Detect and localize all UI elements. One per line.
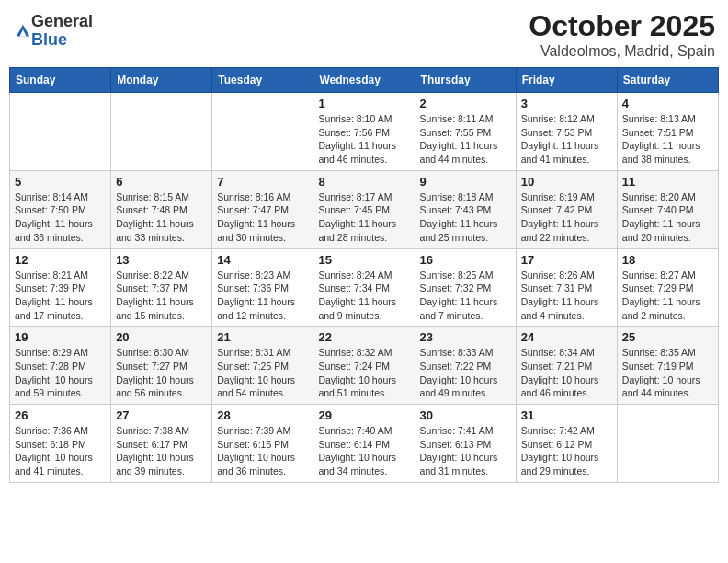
- page-header: General Blue October 2025 Valdeolmos, Ma…: [9, 9, 719, 60]
- day-header-friday: Friday: [516, 68, 617, 93]
- calendar-cell: 1Sunrise: 8:10 AM Sunset: 7:56 PM Daylig…: [313, 93, 415, 171]
- calendar-cell: 29Sunrise: 7:40 AM Sunset: 6:14 PM Dayli…: [313, 405, 415, 483]
- cell-info: Sunrise: 8:18 AM Sunset: 7:43 PM Dayligh…: [420, 190, 511, 245]
- calendar-cell: 4Sunrise: 8:13 AM Sunset: 7:51 PM Daylig…: [617, 93, 718, 171]
- logo-icon: [15, 23, 31, 40]
- day-header-tuesday: Tuesday: [212, 68, 313, 93]
- cell-info: Sunrise: 8:35 AM Sunset: 7:19 PM Dayligh…: [622, 346, 713, 400]
- cell-info: Sunrise: 8:15 AM Sunset: 7:48 PM Dayligh…: [116, 190, 207, 245]
- cell-info: Sunrise: 8:34 AM Sunset: 7:21 PM Dayligh…: [521, 346, 612, 400]
- calendar-week-row: 1Sunrise: 8:10 AM Sunset: 7:56 PM Daylig…: [10, 93, 719, 171]
- calendar-cell: 28Sunrise: 7:39 AM Sunset: 6:15 PM Dayli…: [212, 405, 313, 483]
- cell-info: Sunrise: 8:26 AM Sunset: 7:31 PM Dayligh…: [521, 269, 612, 323]
- calendar-week-row: 12Sunrise: 8:21 AM Sunset: 7:39 PM Dayli…: [10, 248, 719, 327]
- calendar-cell: 21Sunrise: 8:31 AM Sunset: 7:25 PM Dayli…: [212, 327, 313, 405]
- calendar-header: SundayMondayTuesdayWednesdayThursdayFrid…: [10, 68, 719, 93]
- cell-info: Sunrise: 8:32 AM Sunset: 7:24 PM Dayligh…: [318, 346, 409, 400]
- calendar-title: October 2025: [529, 9, 715, 43]
- cell-info: Sunrise: 8:30 AM Sunset: 7:27 PM Dayligh…: [116, 346, 207, 400]
- cell-day-number: 13: [116, 253, 207, 267]
- cell-day-number: 16: [420, 253, 511, 267]
- cell-day-number: 26: [15, 408, 106, 422]
- calendar-cell: 20Sunrise: 8:30 AM Sunset: 7:27 PM Dayli…: [111, 327, 212, 405]
- calendar-cell: 30Sunrise: 7:41 AM Sunset: 6:13 PM Dayli…: [415, 405, 516, 483]
- day-header-thursday: Thursday: [415, 68, 516, 93]
- day-header-monday: Monday: [111, 68, 212, 93]
- calendar-cell: 11Sunrise: 8:20 AM Sunset: 7:40 PM Dayli…: [617, 170, 718, 248]
- calendar-cell: 12Sunrise: 8:21 AM Sunset: 7:39 PM Dayli…: [10, 248, 111, 327]
- calendar-cell: 7Sunrise: 8:16 AM Sunset: 7:47 PM Daylig…: [212, 170, 313, 248]
- cell-info: Sunrise: 8:12 AM Sunset: 7:53 PM Dayligh…: [521, 112, 612, 167]
- calendar-cell: [10, 93, 111, 171]
- cell-info: Sunrise: 8:20 AM Sunset: 7:40 PM Dayligh…: [622, 190, 713, 245]
- day-header-sunday: Sunday: [10, 68, 111, 93]
- calendar-body: 1Sunrise: 8:10 AM Sunset: 7:56 PM Daylig…: [10, 93, 719, 483]
- cell-info: Sunrise: 7:38 AM Sunset: 6:17 PM Dayligh…: [116, 424, 207, 478]
- calendar-cell: 9Sunrise: 8:18 AM Sunset: 7:43 PM Daylig…: [415, 170, 516, 248]
- calendar-cell: [111, 93, 212, 171]
- cell-day-number: 20: [116, 330, 207, 344]
- calendar-cell: 13Sunrise: 8:22 AM Sunset: 7:37 PM Dayli…: [111, 248, 212, 327]
- calendar-cell: 8Sunrise: 8:17 AM Sunset: 7:45 PM Daylig…: [313, 170, 415, 248]
- logo-blue-text: Blue: [31, 30, 67, 49]
- cell-day-number: 24: [521, 330, 612, 344]
- cell-day-number: 31: [521, 408, 612, 422]
- cell-day-number: 2: [420, 97, 511, 110]
- cell-info: Sunrise: 8:25 AM Sunset: 7:32 PM Dayligh…: [420, 269, 511, 323]
- cell-info: Sunrise: 8:23 AM Sunset: 7:36 PM Dayligh…: [217, 269, 308, 323]
- cell-day-number: 30: [420, 408, 511, 422]
- logo-general-text: General: [31, 12, 93, 30]
- cell-day-number: 8: [318, 175, 409, 189]
- cell-day-number: 4: [622, 97, 713, 110]
- calendar-cell: 18Sunrise: 8:27 AM Sunset: 7:29 PM Dayli…: [617, 248, 718, 327]
- calendar-cell: [212, 93, 313, 171]
- cell-day-number: 17: [521, 253, 612, 267]
- cell-info: Sunrise: 7:40 AM Sunset: 6:14 PM Dayligh…: [318, 424, 409, 478]
- calendar-cell: 17Sunrise: 8:26 AM Sunset: 7:31 PM Dayli…: [516, 248, 617, 327]
- calendar-cell: 26Sunrise: 7:36 AM Sunset: 6:18 PM Dayli…: [10, 405, 111, 483]
- cell-day-number: 29: [318, 408, 409, 422]
- cell-day-number: 27: [116, 408, 207, 422]
- calendar-cell: 2Sunrise: 8:11 AM Sunset: 7:55 PM Daylig…: [415, 93, 516, 171]
- cell-day-number: 19: [15, 330, 106, 344]
- cell-info: Sunrise: 8:17 AM Sunset: 7:45 PM Dayligh…: [318, 190, 409, 245]
- calendar-cell: 23Sunrise: 8:33 AM Sunset: 7:22 PM Dayli…: [415, 327, 516, 405]
- calendar-cell: 5Sunrise: 8:14 AM Sunset: 7:50 PM Daylig…: [10, 170, 111, 248]
- cell-info: Sunrise: 7:36 AM Sunset: 6:18 PM Dayligh…: [15, 424, 106, 478]
- cell-day-number: 21: [217, 330, 308, 344]
- cell-day-number: 9: [420, 175, 511, 189]
- cell-day-number: 28: [217, 408, 308, 422]
- cell-day-number: 15: [318, 253, 409, 267]
- cell-info: Sunrise: 8:33 AM Sunset: 7:22 PM Dayligh…: [420, 346, 511, 400]
- calendar-cell: 22Sunrise: 8:32 AM Sunset: 7:24 PM Dayli…: [313, 327, 415, 405]
- calendar-cell: 16Sunrise: 8:25 AM Sunset: 7:32 PM Dayli…: [415, 248, 516, 327]
- cell-day-number: 18: [622, 253, 713, 267]
- cell-info: Sunrise: 7:42 AM Sunset: 6:12 PM Dayligh…: [521, 424, 612, 478]
- day-header-saturday: Saturday: [617, 68, 718, 93]
- calendar-cell: 27Sunrise: 7:38 AM Sunset: 6:17 PM Dayli…: [111, 405, 212, 483]
- cell-day-number: 12: [15, 253, 106, 267]
- title-block: October 2025 Valdeolmos, Madrid, Spain: [529, 9, 715, 60]
- calendar-cell: [617, 405, 718, 483]
- cell-info: Sunrise: 8:11 AM Sunset: 7:55 PM Dayligh…: [420, 112, 511, 167]
- cell-day-number: 6: [116, 175, 207, 189]
- cell-day-number: 25: [622, 330, 713, 344]
- calendar-cell: 15Sunrise: 8:24 AM Sunset: 7:34 PM Dayli…: [313, 248, 415, 327]
- calendar-cell: 6Sunrise: 8:15 AM Sunset: 7:48 PM Daylig…: [111, 170, 212, 248]
- days-header-row: SundayMondayTuesdayWednesdayThursdayFrid…: [10, 68, 719, 93]
- cell-info: Sunrise: 8:14 AM Sunset: 7:50 PM Dayligh…: [15, 190, 106, 245]
- cell-day-number: 1: [318, 97, 409, 110]
- cell-info: Sunrise: 8:31 AM Sunset: 7:25 PM Dayligh…: [217, 346, 308, 400]
- calendar-cell: 3Sunrise: 8:12 AM Sunset: 7:53 PM Daylig…: [516, 93, 617, 171]
- cell-info: Sunrise: 8:16 AM Sunset: 7:47 PM Dayligh…: [217, 190, 308, 245]
- calendar-cell: 14Sunrise: 8:23 AM Sunset: 7:36 PM Dayli…: [212, 248, 313, 327]
- calendar-location: Valdeolmos, Madrid, Spain: [529, 43, 715, 60]
- cell-info: Sunrise: 7:39 AM Sunset: 6:15 PM Dayligh…: [217, 424, 308, 478]
- calendar-cell: 10Sunrise: 8:19 AM Sunset: 7:42 PM Dayli…: [516, 170, 617, 248]
- cell-info: Sunrise: 7:41 AM Sunset: 6:13 PM Dayligh…: [420, 424, 511, 478]
- cell-info: Sunrise: 8:19 AM Sunset: 7:42 PM Dayligh…: [521, 190, 612, 245]
- logo: General Blue: [13, 13, 93, 50]
- cell-info: Sunrise: 8:27 AM Sunset: 7:29 PM Dayligh…: [622, 269, 713, 323]
- cell-info: Sunrise: 8:13 AM Sunset: 7:51 PM Dayligh…: [622, 112, 713, 167]
- calendar-cell: 19Sunrise: 8:29 AM Sunset: 7:28 PM Dayli…: [10, 327, 111, 405]
